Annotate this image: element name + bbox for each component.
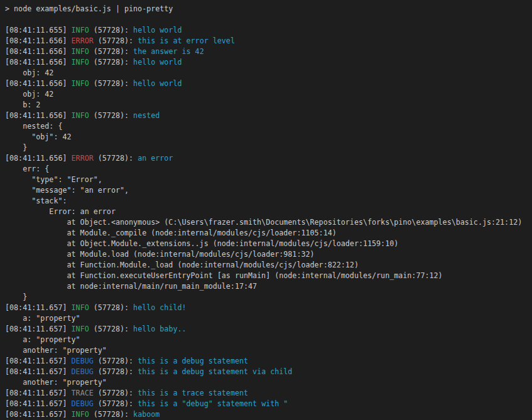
- log-message: nested: [133, 111, 160, 120]
- terminal-line: at Object.Module._extensions..js (node:i…: [5, 239, 527, 249]
- terminal-line-log: [08:41:11.655] INFO (57728): hello world: [5, 25, 527, 36]
- log-message: the answer is 42: [133, 47, 204, 56]
- log-pid: (57728):: [94, 357, 138, 365]
- log-pid: (57728):: [89, 58, 133, 67]
- terminal-line: at Function.executeUserEntryPoint [as ru…: [5, 271, 527, 281]
- log-detail: at Function.executeUserEntryPoint [as ru…: [5, 271, 443, 280]
- terminal-line: }: [5, 143, 527, 153]
- log-detail: b: 2: [5, 100, 40, 109]
- terminal-line-log: [08:41:11.657] INFO (57728): kaboom: [5, 409, 527, 420]
- terminal-line: Error: an error: [5, 207, 527, 217]
- log-detail: obj: 42: [5, 68, 53, 77]
- terminal-output[interactable]: > node examples/basic.js | pino-pretty[0…: [0, 0, 532, 420]
- log-level: INFO: [72, 325, 89, 333]
- log-timestamp: [08:41:11.657]: [5, 399, 72, 408]
- log-pid: (57728):: [89, 26, 133, 35]
- log-level: DEBUG: [72, 399, 94, 408]
- log-pid: (57728):: [89, 79, 133, 88]
- terminal-line: "message": "an error",: [5, 185, 527, 196]
- log-timestamp: [08:41:11.656]: [5, 58, 72, 67]
- log-detail: obj: 42: [5, 90, 53, 99]
- log-message: this is a debug statement via child: [138, 367, 292, 376]
- log-message: hello world: [133, 79, 182, 88]
- log-level: INFO: [72, 111, 89, 120]
- terminal-line: obj: 42: [5, 68, 527, 78]
- log-detail: a: "property": [5, 335, 80, 344]
- log-message: this is at error level: [138, 36, 235, 45]
- terminal-line: at Function.Module._load (node:internal/…: [5, 260, 527, 271]
- terminal-line: a: "property": [5, 335, 527, 345]
- log-timestamp: [08:41:11.656]: [5, 79, 72, 88]
- log-timestamp: [08:41:11.657]: [5, 325, 72, 333]
- log-level: INFO: [72, 303, 89, 312]
- terminal-line-log: [08:41:11.657] INFO (57728): hello baby.…: [5, 324, 527, 335]
- terminal-line: "type": "Error",: [5, 175, 527, 185]
- terminal-line-log: [08:41:11.656] INFO (57728): hello world: [5, 57, 527, 68]
- terminal-line: another: "property": [5, 345, 527, 356]
- terminal-line-log: [08:41:11.656] INFO (57728): the answer …: [5, 46, 527, 57]
- log-detail: at Module.load (node:internal/modules/cj…: [5, 250, 315, 259]
- log-detail: at Object.Module._extensions..js (node:i…: [5, 239, 398, 248]
- terminal-line: obj: 42: [5, 89, 527, 100]
- log-detail: "message": "an error",: [5, 186, 129, 195]
- log-message: this is a debug statement: [138, 357, 248, 365]
- log-detail: nested: {: [5, 122, 62, 131]
- terminal-line-log: [08:41:11.657] DEBUG (57728): this is a …: [5, 356, 527, 367]
- terminal-line-log: [08:41:11.656] ERROR (57728): an error: [5, 153, 527, 164]
- log-level: INFO: [72, 58, 89, 67]
- log-level: ERROR: [72, 36, 94, 45]
- log-pid: (57728):: [89, 325, 133, 333]
- log-pid: (57728):: [89, 303, 133, 312]
- log-timestamp: [08:41:11.657]: [5, 367, 72, 376]
- log-detail: "type": "Error",: [5, 175, 102, 184]
- log-timestamp: [08:41:11.655]: [5, 26, 72, 35]
- log-message: hello world: [133, 58, 182, 67]
- log-level: INFO: [72, 79, 89, 88]
- log-pid: (57728):: [89, 111, 133, 120]
- log-pid: (57728):: [94, 367, 138, 376]
- log-message: kaboom: [133, 410, 160, 419]
- log-level: DEBUG: [72, 357, 94, 365]
- log-detail: at Module._compile (node:internal/module…: [5, 229, 337, 237]
- log-pid: (57728):: [94, 389, 138, 397]
- log-timestamp: [08:41:11.656]: [5, 47, 72, 56]
- log-detail: "obj": 42: [5, 132, 72, 141]
- terminal-line-command: > node examples/basic.js | pino-pretty: [5, 4, 527, 14]
- log-message: hello child!: [133, 303, 186, 312]
- log-detail: Error: an error: [5, 207, 116, 216]
- log-level: INFO: [72, 47, 89, 56]
- log-detail: at Object.<anonymous> (C:\Users\frazer.s…: [5, 218, 522, 227]
- log-pid: (57728):: [89, 47, 133, 56]
- log-message: hello world: [133, 26, 182, 35]
- log-timestamp: [08:41:11.657]: [5, 389, 72, 397]
- terminal-line: "stack":: [5, 196, 527, 207]
- log-message: an error: [138, 154, 173, 163]
- log-timestamp: [08:41:11.657]: [5, 357, 72, 365]
- log-timestamp: [08:41:11.657]: [5, 303, 72, 312]
- terminal-line: }: [5, 292, 527, 303]
- log-pid: (57728):: [94, 36, 138, 45]
- log-pid: (57728):: [94, 399, 138, 408]
- log-pid: (57728):: [89, 410, 133, 419]
- log-detail: at Function.Module._load (node:internal/…: [5, 261, 359, 269]
- log-timestamp: [08:41:11.656]: [5, 36, 72, 45]
- log-level: TRACE: [72, 389, 94, 397]
- terminal-line-log: [08:41:11.656] INFO (57728): nested: [5, 110, 527, 121]
- log-level: DEBUG: [72, 367, 94, 376]
- log-pid: (57728):: [94, 154, 138, 163]
- terminal-line-log: [08:41:11.656] INFO (57728): hello world: [5, 78, 527, 89]
- terminal-line: at Module.load (node:internal/modules/cj…: [5, 249, 527, 260]
- log-detail: another: "property": [5, 346, 107, 355]
- terminal-line: at Module._compile (node:internal/module…: [5, 228, 527, 239]
- log-detail: err: {: [5, 164, 49, 173]
- terminal-line-log: [08:41:11.657] TRACE (57728): this is a …: [5, 388, 527, 399]
- log-detail: at node:internal/main/run_main_module:17…: [5, 282, 257, 291]
- terminal-line-log: [08:41:11.656] ERROR (57728): this is at…: [5, 36, 527, 46]
- log-detail: a: "property": [5, 314, 80, 323]
- terminal-line: "obj": 42: [5, 132, 527, 143]
- terminal-line: b: 2: [5, 100, 527, 110]
- terminal-line: nested: {: [5, 121, 527, 132]
- log-timestamp: [08:41:11.656]: [5, 154, 72, 163]
- log-timestamp: [08:41:11.657]: [5, 410, 72, 419]
- log-level: ERROR: [72, 154, 94, 163]
